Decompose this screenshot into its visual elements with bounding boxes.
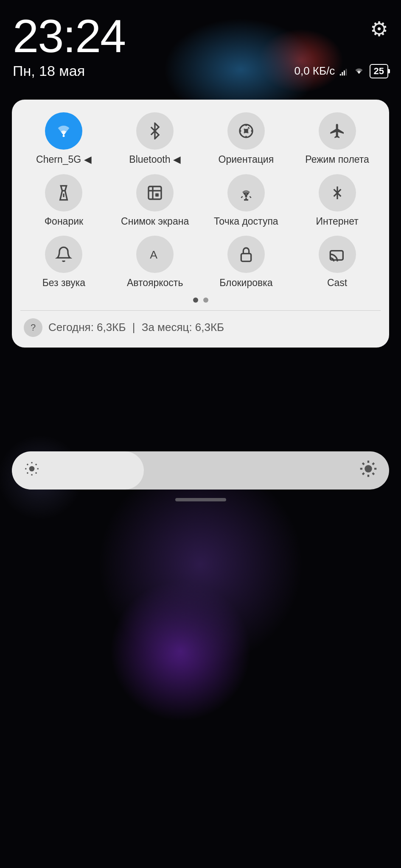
data-usage-icon: ? — [24, 318, 42, 337]
dot-1 — [193, 298, 198, 303]
svg-point-18 — [29, 466, 35, 471]
flashlight-icon-circle — [45, 174, 82, 211]
orientation-label: Ориентация — [219, 154, 274, 166]
qs-item-screenshot[interactable]: Снимок экрана — [112, 174, 199, 228]
qs-item-flashlight[interactable]: Фонарик — [20, 174, 107, 228]
qs-item-hotspot[interactable]: Точка доступа — [203, 174, 290, 228]
divider — [20, 310, 381, 311]
internet-label: Интернет — [316, 216, 358, 228]
brightness-max-icon — [359, 460, 377, 481]
qs-item-internet[interactable]: Интернет — [294, 174, 381, 228]
sound-label: Без звука — [42, 277, 85, 289]
cast-label: Cast — [327, 277, 347, 289]
lock-label: Блокировка — [219, 277, 272, 289]
bluetooth-label: Bluetooth ◀ — [129, 154, 181, 166]
hotspot-label: Точка доступа — [214, 216, 278, 228]
flashlight-label: Фонарик — [45, 216, 83, 228]
orientation-icon-circle — [227, 112, 265, 150]
quick-settings-grid: Chern_5G ◀ Bluetooth ◀ Ори — [20, 112, 381, 289]
svg-point-11 — [245, 195, 247, 197]
cast-icon-circle — [319, 236, 356, 273]
qs-item-autobrightness[interactable]: A Автояркость — [112, 236, 199, 289]
data-usage-text: Сегодня: 6,3КБ | За месяц: 6,3КБ — [48, 321, 224, 334]
svg-rect-3 — [345, 69, 347, 76]
qs-item-lock[interactable]: Блокировка — [203, 236, 290, 289]
screenshot-label: Снимок экрана — [121, 216, 189, 228]
status-icons: 0,0 КБ/с 25 — [294, 64, 388, 78]
lock-icon-circle — [227, 236, 265, 273]
qs-item-bluetooth[interactable]: Bluetooth ◀ — [112, 112, 199, 166]
quick-settings-panel: Chern_5G ◀ Bluetooth ◀ Ори — [12, 100, 389, 348]
svg-point-19 — [365, 465, 372, 473]
data-usage-row: ? Сегодня: 6,3КБ | За месяц: 6,3КБ — [20, 318, 381, 337]
page-dots — [20, 298, 381, 303]
qs-item-orientation[interactable]: Ориентация — [203, 112, 290, 166]
battery-indicator: 25 — [370, 64, 388, 78]
qs-item-wifi[interactable]: Chern_5G ◀ — [20, 112, 107, 166]
wifi-label: Chern_5G ◀ — [36, 154, 92, 166]
internet-icon-circle — [319, 174, 356, 211]
airplane-icon-circle — [319, 112, 356, 150]
svg-rect-16 — [241, 254, 251, 262]
wifi-icon-circle — [45, 112, 82, 150]
wifi-status-icon — [353, 67, 365, 76]
settings-icon[interactable]: ⚙ — [370, 17, 388, 41]
svg-rect-2 — [344, 70, 345, 75]
status-bar: 23:24 ⚙ Пн, 18 мая 0,0 КБ/с 25 — [0, 0, 401, 93]
svg-rect-1 — [342, 72, 343, 75]
hotspot-icon-circle — [227, 174, 265, 211]
sound-icon-circle — [45, 236, 82, 273]
qs-item-sound[interactable]: Без звука — [20, 236, 107, 289]
brightness-min-icon — [24, 461, 40, 481]
autobrightness-label: Автояркость — [127, 277, 183, 289]
svg-point-6 — [244, 129, 248, 133]
clock: 23:24 — [13, 13, 125, 59]
airplane-label: Режим полета — [305, 154, 369, 166]
svg-rect-8 — [149, 186, 161, 199]
autobrightness-icon-circle: A — [136, 236, 174, 273]
network-speed: 0,0 КБ/с — [294, 64, 348, 78]
drag-handle[interactable] — [175, 498, 226, 501]
date: Пн, 18 мая — [13, 63, 85, 79]
brightness-track — [12, 451, 389, 490]
svg-point-4 — [63, 135, 65, 137]
dot-2 — [203, 298, 208, 303]
brightness-slider-panel[interactable] — [12, 451, 389, 490]
qs-item-cast[interactable]: Cast — [294, 236, 381, 289]
screenshot-icon-circle — [136, 174, 174, 211]
qs-item-airplane[interactable]: Режим полета — [294, 112, 381, 166]
svg-rect-0 — [339, 74, 341, 76]
bluetooth-icon-circle — [136, 112, 174, 150]
svg-text:A: A — [150, 248, 157, 261]
